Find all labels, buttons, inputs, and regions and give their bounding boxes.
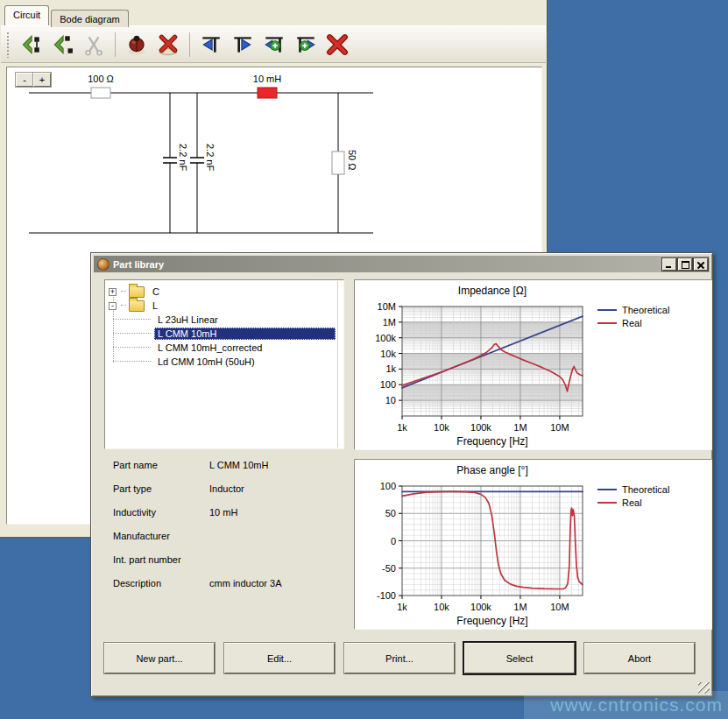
insert-node-left-icon[interactable] — [196, 30, 226, 60]
tree-item-label: L 23uH Linear — [154, 314, 222, 326]
zoom-in-button[interactable]: + — [33, 73, 51, 87]
expand-icon[interactable]: + — [109, 288, 117, 296]
legend-label: Real — [622, 497, 642, 508]
phase-angle-chart-panel: 100500-50-1001k10k100k1M10MPhase angle [… — [354, 459, 712, 630]
delete-node-icon — [326, 33, 349, 56]
print-button[interactable]: Print... — [344, 643, 455, 673]
tab-bar: CircuitBode diagram — [4, 2, 131, 25]
edit-button[interactable]: Edit... — [224, 643, 335, 673]
toolbar-grip[interactable] — [6, 32, 10, 58]
y-tick-label: 100 — [380, 481, 396, 491]
y-tick-label: 50 — [385, 508, 396, 518]
dialog-titlebar[interactable]: Part library — [94, 256, 710, 272]
tree-item-label: C — [149, 285, 163, 298]
part-library-icon — [97, 258, 110, 271]
insert-node-left-icon — [200, 33, 223, 56]
collapse-icon[interactable]: - — [109, 302, 117, 310]
y-tick-label: 0 — [391, 536, 396, 546]
detail-label-int-part-number: Int. part number — [113, 554, 181, 565]
add-branch-left-icon[interactable] — [259, 30, 289, 60]
detail-label-description: Description — [113, 578, 161, 589]
ladybug-icon[interactable] — [122, 30, 152, 60]
resistor-r1 — [91, 88, 110, 98]
delete-node-icon[interactable] — [322, 30, 352, 60]
cut-icon[interactable] — [79, 30, 109, 60]
insert-parallel-part-icon — [51, 33, 74, 56]
circuit-schematic: 100 Ω10 mH2.2 nF2.2 nF50 Ω — [7, 67, 384, 251]
detail-value-description: cmm inductor 3A — [209, 578, 282, 589]
chart-title: Phase angle [°] — [456, 464, 528, 476]
desktop: { "desktop": { "background": "#3E6EA5", … — [0, 0, 728, 719]
y-tick-label: 10M — [378, 301, 396, 312]
phase-angle-chart: 100500-50-1001k10k100k1M10MPhase angle [… — [355, 460, 711, 629]
add-branch-left-icon — [263, 33, 286, 56]
ladybug-icon — [125, 33, 148, 56]
toolbar-separator — [189, 32, 190, 57]
part-tree[interactable]: +C-LL 23uH LinearL CMM 10mHL CMM 10mH_co… — [104, 279, 344, 449]
x-tick-label: 100k — [470, 422, 491, 433]
x-axis-label: Frequency [Hz] — [456, 615, 527, 627]
resistor-r2 — [332, 152, 344, 174]
tree-item-ld-cmm-10mh-50uh[interactable]: Ld CMM 10mH (50uH) — [109, 355, 336, 369]
y-tick-label: 100 — [380, 379, 396, 390]
detail-value-part-name: L CMM 10mH — [209, 460, 268, 470]
delete-part-icon — [157, 33, 180, 56]
tree-item-label: L CMM 10mH — [154, 328, 336, 340]
impedance-chart: 10M1M100k10k1k100101k10k100k1M10MImpedan… — [355, 280, 711, 449]
y-tick-label: 1k — [385, 363, 396, 374]
insert-node-right-icon — [231, 33, 254, 56]
impedance-chart-panel: 10M1M100k10k1k100101k10k100k1M10MImpedan… — [354, 279, 712, 450]
watermark-text: www.cntronics.com — [550, 694, 723, 715]
tree-item-label: L — [149, 300, 161, 312]
y-tick-label: -100 — [377, 590, 396, 601]
tree-connector — [113, 361, 151, 363]
inductor-l1 — [258, 88, 277, 98]
y-tick-label: 10 — [385, 395, 396, 405]
tree-connector — [113, 319, 151, 321]
tab-bode-diagram[interactable]: Bode diagram — [51, 10, 129, 27]
tree-connector — [113, 333, 151, 335]
tree-item-c[interactable]: +C — [109, 285, 336, 299]
insert-series-part-icon — [19, 33, 42, 56]
zoom-out-button[interactable]: - — [16, 73, 33, 87]
tree-connector — [113, 347, 151, 349]
folder-icon — [129, 300, 145, 312]
minimize-button[interactable] — [662, 258, 676, 271]
y-tick-label: 10k — [380, 349, 396, 359]
tree-item-l-cmm-10mh-corrected[interactable]: L CMM 10mH_corrected — [109, 341, 336, 355]
maximize-button[interactable] — [678, 258, 692, 271]
r1-label: 100 Ω — [88, 74, 114, 84]
insert-series-part-icon[interactable] — [16, 30, 46, 60]
x-tick-label: 1M — [513, 602, 527, 612]
select-button[interactable]: Select — [464, 643, 575, 673]
cut-icon — [82, 33, 105, 56]
y-tick-label: 1M — [383, 317, 396, 328]
tab-circuit[interactable]: Circuit — [4, 5, 49, 25]
series-real — [402, 491, 583, 589]
detail-label-part-type: Part type — [113, 483, 152, 494]
x-tick-label: 10k — [434, 422, 449, 433]
tree-item-l[interactable]: -L — [109, 299, 336, 313]
folder-icon — [129, 286, 145, 298]
y-tick-label: -50 — [382, 563, 396, 574]
x-tick-label: 1M — [513, 422, 527, 433]
add-branch-right-icon — [294, 33, 317, 56]
tree-item-l-23uh-linear[interactable]: L 23uH Linear — [109, 313, 336, 327]
detail-value-part-type: Inductor — [209, 483, 244, 494]
legend-label: Theoretical — [622, 484, 669, 495]
tree-item-label: L CMM 10mH_corrected — [154, 342, 265, 354]
detail-label-inductivity: Inductivity — [113, 507, 156, 518]
insert-parallel-part-icon[interactable] — [47, 30, 77, 60]
toolbar-separator — [115, 32, 116, 57]
add-branch-right-icon[interactable] — [291, 30, 321, 60]
l1-label: 10 mH — [253, 74, 281, 84]
insert-node-right-icon[interactable] — [228, 30, 258, 60]
tree-item-l-cmm-10mh[interactable]: L CMM 10mH — [109, 327, 336, 341]
watermark-band: www.cntronics.com — [524, 691, 728, 719]
close-button[interactable] — [694, 258, 708, 271]
x-tick-label: 1k — [397, 602, 407, 612]
delete-part-icon[interactable] — [153, 30, 183, 60]
new-part-button[interactable]: New part... — [104, 643, 215, 673]
abort-button[interactable]: Abort — [584, 643, 695, 673]
legend-label: Theoretical — [622, 305, 669, 315]
